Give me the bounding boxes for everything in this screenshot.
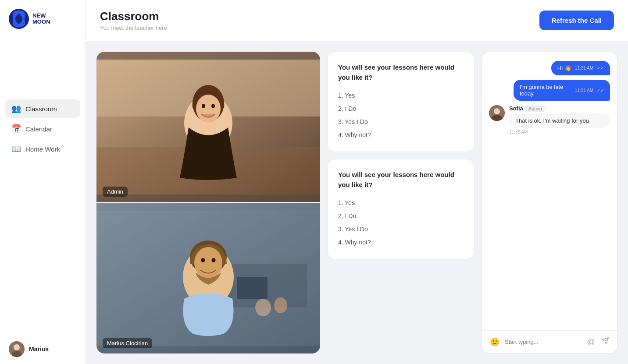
list-item[interactable]: 2. I Do	[338, 210, 464, 222]
sidebar-label-classroom: Classroom	[25, 105, 57, 113]
svg-rect-19	[237, 277, 268, 299]
page-title: Classroom	[100, 10, 167, 23]
user-name: Marius	[29, 346, 49, 353]
content-area: Admin	[86, 41, 628, 364]
refresh-call-button[interactable]: Refresh the Call	[539, 11, 614, 30]
video-panel: Admin	[96, 52, 320, 353]
lesson-options-2: 1. Yes 2. I Do 3. Yes I Do 4. Why not?	[338, 197, 464, 248]
video-feed-bottom	[96, 203, 320, 353]
check-marks-2: ✓✓	[597, 88, 604, 93]
page-subtitle: You meet the teacher here	[100, 25, 167, 31]
lesson-options-1: 1. Yes 2. I Do 3. Yes I Do 4. Why not?	[338, 89, 464, 141]
bubble-outgoing-1: Hi 👋 11:31 AM ✓✓	[551, 61, 610, 75]
svg-point-21	[274, 297, 287, 313]
video-slot-top: Admin	[96, 52, 320, 203]
emoji-button[interactable]: 🙂	[489, 336, 500, 348]
video-feed-top	[96, 52, 320, 202]
video-slot-bottom: Marius Ciocirlan	[96, 203, 320, 353]
mention-button[interactable]: @	[586, 336, 596, 347]
chat-avatar-sofia	[489, 105, 505, 121]
lesson-panel: You will see your lessons here would you…	[327, 52, 475, 353]
list-item[interactable]: 4. Why not?	[338, 129, 464, 141]
incoming-content-1: Sofia Admin That is ok, I'm waiting for …	[509, 105, 610, 134]
msg-text-incoming: That is ok, I'm waiting for you	[515, 117, 589, 124]
title-group: Classroom You meet the teacher here	[100, 10, 167, 31]
logo-text-moon: MOON	[32, 19, 50, 25]
svg-point-5	[14, 344, 20, 350]
list-item[interactable]: 3. Yes I Do	[338, 223, 464, 235]
chat-input[interactable]	[505, 339, 582, 345]
svg-point-15	[211, 104, 215, 108]
list-item[interactable]: 1. Yes	[338, 89, 464, 102]
svg-point-26	[212, 258, 216, 262]
message-outgoing-1: Hi 👋 11:31 AM ✓✓	[489, 61, 610, 75]
chat-panel: Hi 👋 11:31 AM ✓✓ I'm gonna be late today…	[482, 52, 617, 353]
check-marks-1: ✓✓	[597, 66, 604, 71]
sender-row: Sofia Admin	[509, 105, 610, 112]
list-item[interactable]: 2. I Do	[338, 102, 464, 115]
msg-time-1: 11:31 AM	[575, 66, 593, 71]
logo-text-new: NEW	[32, 13, 50, 19]
user-avatar	[9, 341, 25, 357]
calendar-icon: 📅	[11, 124, 21, 134]
chat-input-area: 🙂 @	[482, 330, 617, 353]
msg-time-2: 11:31 AM	[575, 88, 593, 93]
video-label-bottom: Marius Ciocirlan	[103, 338, 152, 348]
svg-point-25	[201, 258, 205, 262]
sidebar-label-calendar: Calendar	[25, 125, 52, 133]
list-item[interactable]: 1. Yes	[338, 197, 464, 209]
sender-name: Sofia	[509, 105, 523, 112]
sidebar-footer: Marius	[0, 334, 86, 364]
chat-messages: Hi 👋 11:31 AM ✓✓ I'm gonna be late today…	[482, 52, 617, 330]
list-item[interactable]: 3. Yes I Do	[338, 116, 464, 128]
page-header: Classroom You meet the teacher here Refr…	[86, 0, 628, 41]
svg-point-24	[194, 247, 222, 279]
lesson-question-1: You will see your lessons here would you…	[338, 63, 464, 82]
msg-text-1: Hi 👋	[557, 65, 571, 71]
bubble-outgoing-2: I'm gonna be late today 11:31 AM ✓✓	[514, 80, 610, 101]
svg-point-28	[494, 108, 500, 114]
sidebar: NEW MOON 👥 Classroom 📅 Calendar 📖 Home W…	[0, 0, 86, 364]
msg-time-incoming: 11:35 AM	[509, 130, 610, 134]
svg-point-13	[196, 95, 221, 123]
sender-badge: Admin	[526, 106, 545, 112]
sidebar-item-homework[interactable]: 📖 Home Work	[5, 140, 80, 158]
bubble-incoming-1: That is ok, I'm waiting for you	[509, 113, 610, 128]
logo-icon	[9, 9, 29, 29]
message-outgoing-2: I'm gonna be late today 11:31 AM ✓✓	[489, 80, 610, 101]
message-incoming-1: Sofia Admin That is ok, I'm waiting for …	[489, 105, 610, 134]
video-label-top: Admin	[103, 187, 128, 197]
sidebar-item-calendar[interactable]: 📅 Calendar	[5, 120, 80, 138]
homework-icon: 📖	[11, 144, 21, 154]
classroom-icon: 👥	[11, 104, 21, 113]
list-item[interactable]: 4. Why not?	[338, 236, 464, 248]
send-button[interactable]	[600, 336, 610, 348]
svg-point-20	[255, 299, 271, 316]
msg-text-2: I'm gonna be late today	[520, 84, 571, 97]
lesson-question-2: You will see your lessons here would you…	[338, 170, 464, 190]
sidebar-nav: 👥 Classroom 📅 Calendar 📖 Home Work	[0, 91, 86, 334]
lesson-card-2: You will see your lessons here would you…	[327, 159, 475, 259]
sidebar-label-homework: Home Work	[25, 145, 60, 153]
main-content: Classroom You meet the teacher here Refr…	[86, 0, 628, 364]
logo-area: NEW MOON	[0, 0, 86, 38]
lesson-card-1: You will see your lessons here would you…	[327, 52, 475, 152]
svg-point-14	[202, 104, 205, 108]
sidebar-item-classroom[interactable]: 👥 Classroom	[5, 99, 80, 118]
